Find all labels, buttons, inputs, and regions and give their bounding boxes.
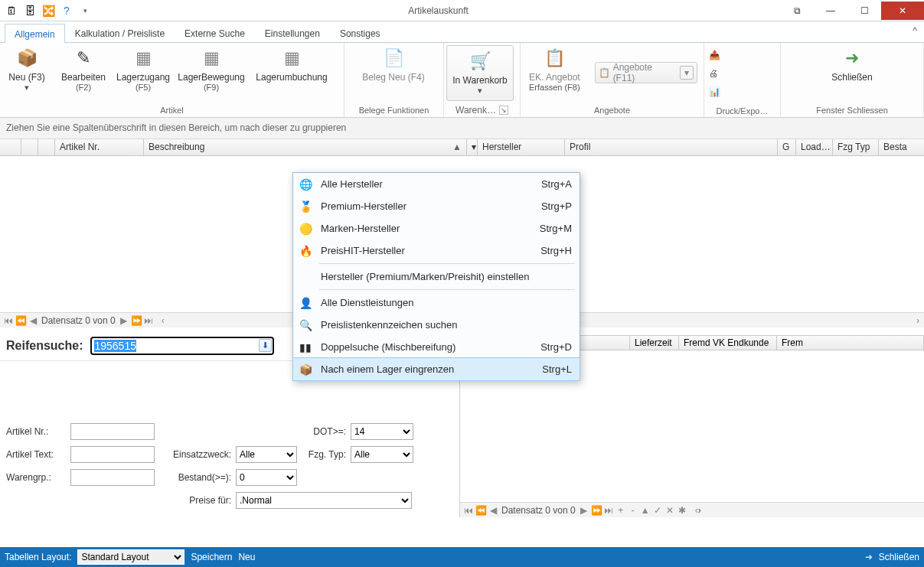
- tab-sonstiges[interactable]: Sonstiges: [330, 23, 390, 42]
- hersteller-context-menu: 🌐 Alle Hersteller Strg+A 🏅 Premium-Herst…: [292, 172, 580, 381]
- menu-preishit-hersteller[interactable]: 🔥 PreisHIT-Hersteller Strg+H: [293, 240, 580, 262]
- angebote-split-button[interactable]: 📋 Angebote (F11) ▾: [595, 62, 697, 83]
- menu-marken-hersteller[interactable]: 🟡 Marken-Hersteller Strg+M: [293, 217, 580, 240]
- menu-separator: [319, 263, 575, 264]
- menu-preislistenkennzeichen[interactable]: 🔍 Preislistenkennzeichen suchen: [293, 314, 580, 336]
- neu-label: Neu (F3): [8, 72, 44, 83]
- qat-calendar-icon[interactable]: 🗓: [5, 4, 18, 18]
- qat-help-icon[interactable]: ?: [60, 4, 73, 18]
- tab-kalkulation[interactable]: Kalkulation / Preisliste: [65, 23, 175, 42]
- preise-select[interactable]: .Normal: [236, 492, 412, 509]
- status-save-link[interactable]: Speichern: [191, 552, 232, 562]
- artikelnr-input[interactable]: [70, 423, 155, 440]
- menu-hersteller-einstellen[interactable]: Hersteller (Premium/Marken/Preishit) ein…: [293, 266, 580, 288]
- menu-alle-dienstleistungen[interactable]: 👤 Alle Dienstleistungen: [293, 292, 580, 314]
- group-fenster: ➜ Schließen Fenster Schliessen: [781, 43, 924, 117]
- tab-einstellungen[interactable]: Einstellungen: [255, 23, 330, 42]
- schliessen-button[interactable]: ➜ Schließen: [810, 43, 894, 103]
- menu-lager-eingrenzen[interactable]: 📦 Nach einem Lager eingrenzen Strg+L: [293, 358, 580, 380]
- layout-select[interactable]: Standard Layout: [77, 549, 184, 565]
- einsatzzweck-select[interactable]: Alle: [236, 446, 297, 463]
- col-empty2[interactable]: [38, 139, 55, 155]
- col-g[interactable]: G: [778, 139, 796, 155]
- dialog-launcher-icon[interactable]: ↘: [499, 106, 508, 115]
- clipboard-small-icon: 📋: [599, 67, 610, 78]
- menu-separator: [319, 289, 575, 290]
- col-selector[interactable]: [0, 139, 21, 155]
- export-icon-button[interactable]: 📤: [709, 46, 775, 64]
- bestand-label: Bestand(>=):: [161, 472, 231, 483]
- qat-export-icon[interactable]: 🔀: [41, 4, 55, 18]
- col-artikelnr[interactable]: Artikel Nr.: [55, 139, 144, 155]
- col-beschreibung[interactable]: Beschreibung ▲: [144, 139, 467, 155]
- lagerbewegung-button[interactable]: ▦ LagerBewegung (F9): [173, 43, 250, 103]
- nav-prevpage-icon[interactable]: ⏪: [15, 315, 26, 326]
- col-lieferzeit[interactable]: Lieferzeit: [630, 335, 679, 350]
- group-label-fenster: Fenster Schliessen: [781, 103, 923, 117]
- col-fremdvk[interactable]: Fremd VK Endkunde: [679, 335, 777, 350]
- chevron-down-icon[interactable]: ▾: [680, 66, 694, 80]
- scroll-right-icon[interactable]: ›: [916, 315, 924, 326]
- warengrp-label: Warengrp.:: [6, 472, 66, 483]
- menu-alle-hersteller[interactable]: 🌐 Alle Hersteller Strg+A: [293, 173, 580, 195]
- lagerzugang-button[interactable]: ▦ Lagerzugang (F5): [113, 43, 173, 103]
- excel-icon-button[interactable]: 📊: [709, 83, 775, 101]
- nav-nextpage-icon[interactable]: ⏩: [131, 315, 142, 326]
- grid-header: Artikel Nr. Beschreibung ▲ ▾ Hersteller …: [0, 139, 924, 156]
- dot-select[interactable]: 14: [351, 423, 413, 440]
- neu-button[interactable]: 📦 Neu (F3) ▾: [0, 43, 54, 103]
- maximize-button[interactable]: ☐: [847, 2, 881, 20]
- artikeltext-input[interactable]: [70, 446, 155, 463]
- lagerumbuchung-button[interactable]: ▦ Lagerumbuchung: [250, 43, 334, 103]
- status-neu-link[interactable]: Neu: [238, 552, 255, 562]
- grid-nav2[interactable]: ▶ ⏩ ⏭: [116, 315, 157, 326]
- restore-down-icon[interactable]: ⧉: [780, 2, 814, 20]
- belegneu-button[interactable]: 📄 Beleg Neu (F4): [344, 43, 442, 103]
- ribbon-icon: 🏅: [298, 200, 313, 213]
- group-by-area[interactable]: Ziehen Sie eine Spaltenüberschrift in di…: [0, 118, 924, 139]
- menu-doppelsuche[interactable]: ▮▮ Doppelsuche (Mischbereifung) Strg+D: [293, 336, 580, 358]
- status-close-link[interactable]: Schließen: [879, 552, 919, 562]
- menu-premium-hersteller[interactable]: 🏅 Premium-Hersteller Strg+P: [293, 195, 580, 217]
- reifensuche-input[interactable]: [90, 337, 274, 355]
- close-button[interactable]: ✕: [881, 2, 924, 20]
- group-artikel: 📦 Neu (F3) ▾ ✎ Bearbeiten (F2) ▦ Lagerzu…: [0, 43, 344, 117]
- person-icon: 👤: [298, 297, 313, 309]
- col-hersteller[interactable]: Hersteller: [478, 139, 565, 155]
- tab-allgemein[interactable]: Allgemein: [5, 24, 65, 43]
- window-controls: ⧉ — ☐ ✕: [780, 2, 924, 20]
- search-dropdown-icon[interactable]: ⬇: [259, 339, 272, 352]
- grid-nav[interactable]: ⏮ ⏪ ◀: [0, 315, 41, 326]
- col-load[interactable]: Load…: [796, 139, 833, 155]
- tab-externesuche[interactable]: Externe Suche: [175, 23, 255, 42]
- bearbeiten-button[interactable]: ✎ Bearbeiten (F2): [54, 43, 113, 103]
- fzgtyp-select[interactable]: Alle: [351, 446, 413, 463]
- ekangebot-button[interactable]: 📋 EK. Angebot Erfassen (F8): [521, 43, 589, 93]
- cube-icon: ▦: [279, 46, 304, 70]
- col-bestand[interactable]: Besta: [879, 139, 924, 155]
- search-icon: 🔍: [298, 319, 313, 331]
- col-profil[interactable]: Profil: [565, 139, 778, 155]
- nav-prev-icon[interactable]: ◀: [28, 315, 38, 326]
- bestand-select[interactable]: 0: [236, 469, 297, 486]
- warenkorb-button[interactable]: 🛒 In Warenkorb ▾: [446, 45, 514, 101]
- nav-last-icon[interactable]: ⏭: [143, 315, 154, 326]
- ribbon-collapse-icon[interactable]: ^: [906, 21, 924, 42]
- col-empty1[interactable]: [21, 139, 38, 155]
- nav-first-icon[interactable]: ⏮: [3, 315, 14, 326]
- nav-next-icon[interactable]: ▶: [119, 315, 129, 326]
- scroll-left-icon[interactable]: ‹: [162, 315, 165, 326]
- minimize-button[interactable]: —: [814, 2, 847, 20]
- qat-more-icon[interactable]: ▾: [78, 4, 92, 18]
- fire-icon: 🔥: [298, 245, 313, 257]
- col-fzgtyp[interactable]: Fzg Typ: [833, 139, 879, 155]
- bearbeiten-label: Bearbeiten: [61, 72, 106, 83]
- qat-server-icon[interactable]: 🗄: [23, 4, 37, 18]
- quick-access-toolbar: 🗓 🗄 🔀 ? ▾: [0, 4, 96, 18]
- group-angebote: 📋 EK. Angebot Erfassen (F8) 📋 Angebote (…: [521, 43, 704, 117]
- statusbar: Tabellen Layout: Standard Layout Speiche…: [0, 547, 924, 567]
- warengrp-input[interactable]: [70, 469, 155, 486]
- print-icon-button[interactable]: 🖨: [709, 64, 775, 83]
- col-drop[interactable]: ▾: [467, 139, 478, 155]
- col-frem[interactable]: Frem: [777, 335, 924, 350]
